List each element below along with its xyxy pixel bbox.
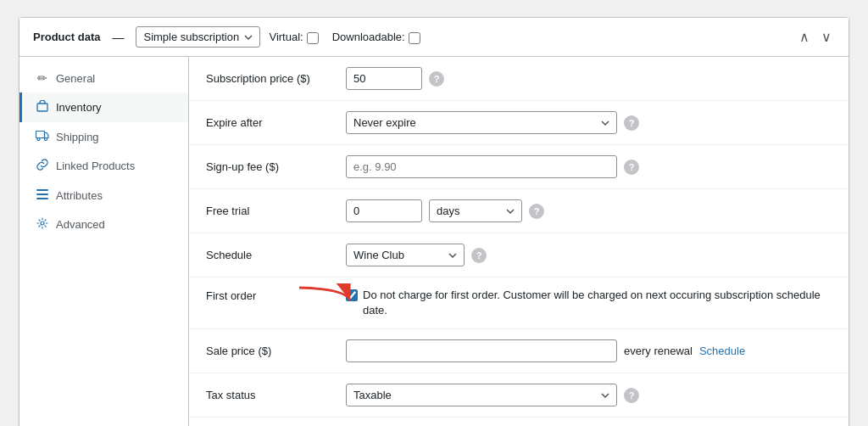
free-trial-field: days weeks months years ?: [346, 199, 832, 222]
product-data-label: Product data: [33, 31, 100, 43]
signup-fee-input[interactable]: [346, 155, 617, 178]
expire-after-select[interactable]: Never expire 1 day 7 days 1 month 3 mont…: [346, 111, 617, 134]
virtual-downloadable: Virtual: Downloadable:: [269, 31, 420, 44]
svg-rect-0: [37, 104, 47, 111]
expire-after-row: Expire after Never expire 1 day 7 days 1…: [189, 101, 849, 145]
sidebar-label-shipping: Shipping: [56, 131, 99, 143]
first-order-text: Do not charge for first order. Customer …: [363, 288, 832, 318]
free-trial-row: Free trial days weeks months years ?: [189, 189, 849, 233]
sidebar-item-attributes[interactable]: Attributes: [19, 181, 188, 210]
sidebar: ✏ General Inventory: [19, 57, 189, 426]
svg-rect-1: [36, 132, 45, 138]
free-trial-unit-select[interactable]: days weeks months years: [429, 199, 522, 222]
schedule-help-icon[interactable]: ?: [471, 248, 487, 263]
subscription-price-label: Subscription price ($): [206, 72, 337, 85]
sale-price-field: every renewal Schedule: [346, 339, 832, 362]
product-type-select[interactable]: Simple subscription: [136, 26, 260, 48]
virtual-label[interactable]: Virtual:: [269, 31, 318, 44]
sale-every-renewal: every renewal Schedule: [346, 339, 745, 362]
panel-header: Product data — Simple subscription Virtu…: [19, 18, 849, 57]
panel-header-right: ∧ ∨: [796, 29, 835, 46]
panel-body: ✏ General Inventory: [19, 57, 849, 426]
tax-status-label: Tax status: [206, 389, 337, 401]
expire-after-label: Expire after: [206, 116, 337, 129]
pencil-icon: ✏: [36, 71, 49, 85]
sidebar-label-inventory: Inventory: [56, 101, 101, 114]
tax-status-select[interactable]: Taxable Shipping only None: [346, 384, 617, 406]
subscription-price-input[interactable]: [346, 67, 422, 90]
main-content: Subscription price ($) ? Expire after Ne…: [189, 57, 849, 426]
downloadable-label[interactable]: Downloadable:: [332, 31, 420, 44]
downloadable-checkbox[interactable]: [409, 32, 420, 44]
signup-fee-row: Sign-up fee ($) ?: [189, 145, 849, 189]
schedule-field: Wine Club None ?: [346, 244, 832, 266]
tax-status-help-icon[interactable]: ?: [624, 388, 639, 403]
first-order-checkbox-label[interactable]: Do not charge for first order. Customer …: [346, 288, 832, 318]
sidebar-item-advanced[interactable]: Advanced: [19, 210, 188, 239]
shipping-icon: [36, 130, 49, 143]
sidebar-label-general: General: [56, 72, 95, 85]
svg-rect-5: [36, 193, 48, 195]
schedule-label: Schedule: [206, 249, 337, 261]
signup-fee-label: Sign-up fee ($): [206, 160, 337, 173]
free-trial-label: Free trial: [206, 205, 337, 217]
sidebar-item-shipping[interactable]: Shipping: [19, 122, 188, 151]
svg-point-2: [37, 138, 40, 141]
product-data-panel: Product data — Simple subscription Virtu…: [19, 17, 849, 426]
sidebar-label-attributes: Attributes: [56, 189, 103, 202]
sidebar-label-advanced: Advanced: [56, 218, 105, 231]
tax-status-field: Taxable Shipping only None ?: [346, 384, 832, 406]
subscription-price-field: ?: [346, 67, 832, 90]
svg-point-7: [41, 221, 44, 225]
svg-rect-4: [36, 189, 48, 191]
svg-rect-6: [36, 198, 48, 199]
expire-after-field: Never expire 1 day 7 days 1 month 3 mont…: [346, 111, 832, 134]
link-icon: [36, 159, 49, 173]
sidebar-item-general[interactable]: ✏ General: [19, 64, 188, 92]
tax-class-row: Tax class Standard Reduced rate Zero rat…: [189, 418, 849, 426]
virtual-checkbox[interactable]: [307, 32, 319, 44]
sale-price-input[interactable]: [346, 339, 617, 362]
signup-fee-help-icon[interactable]: ?: [624, 160, 639, 175]
sidebar-item-inventory[interactable]: Inventory: [19, 92, 188, 122]
free-trial-help-icon[interactable]: ?: [529, 204, 544, 219]
free-trial-input[interactable]: [346, 199, 422, 222]
subscription-price-help-icon[interactable]: ?: [429, 71, 444, 87]
schedule-select[interactable]: Wine Club None: [346, 244, 465, 266]
expire-after-help-icon[interactable]: ?: [624, 115, 639, 131]
dash-separator: —: [112, 31, 124, 44]
schedule-row: Schedule Wine Club None ?: [189, 233, 849, 277]
sale-price-row: Sale price ($) every renewal Schedule: [189, 329, 849, 373]
sidebar-item-linked-products[interactable]: Linked Products: [19, 151, 188, 181]
first-order-field: Do not charge for first order. Customer …: [346, 288, 832, 318]
collapse-up-button[interactable]: ∧: [796, 29, 813, 46]
collapse-down-button[interactable]: ∨: [818, 29, 835, 46]
tax-status-row: Tax status Taxable Shipping only None ?: [189, 373, 849, 418]
subscription-price-row: Subscription price ($) ?: [189, 57, 849, 101]
panel-header-left: Product data — Simple subscription Virtu…: [33, 26, 420, 48]
signup-fee-field: ?: [346, 155, 832, 178]
sale-price-label: Sale price ($): [206, 345, 337, 357]
sidebar-label-linked-products: Linked Products: [56, 160, 135, 172]
schedule-link[interactable]: Schedule: [699, 345, 745, 357]
first-order-checkbox[interactable]: [346, 289, 358, 301]
every-renewal-text: every renewal: [624, 345, 693, 357]
first-order-row: First order Do not charge for first: [189, 277, 849, 329]
first-order-label: First order: [206, 288, 337, 302]
inventory-icon: [36, 100, 49, 115]
attributes-icon: [36, 188, 49, 202]
gear-icon: [36, 217, 49, 232]
svg-point-3: [45, 138, 47, 141]
